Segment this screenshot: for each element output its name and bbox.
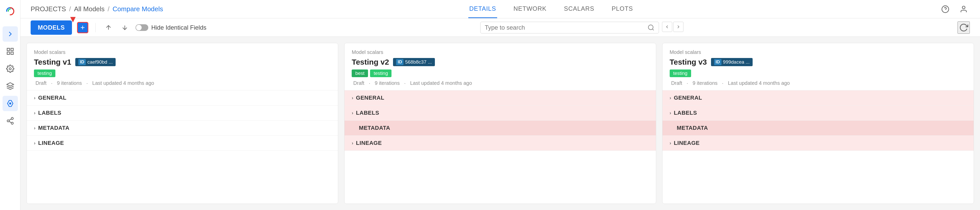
- chevron-icon: ›: [670, 95, 671, 101]
- model-1-section-lineage[interactable]: › LINEAGE: [27, 136, 338, 151]
- svg-point-5: [9, 68, 11, 70]
- model-1-title: Testing v1: [34, 58, 71, 66]
- model-3-title: Testing v3: [670, 58, 707, 66]
- sidebar-logo[interactable]: [3, 4, 18, 24]
- model-card-1-header: Model scalars Testing v1 ID caef90bd ...…: [27, 43, 338, 90]
- chevron-icon: ›: [34, 125, 36, 131]
- model-1-meta: Draft · 9 iterations · Last updated 4 mo…: [34, 80, 331, 86]
- sidebar-item-layers[interactable]: [3, 79, 18, 94]
- top-nav-actions: [939, 3, 970, 15]
- refresh-button[interactable]: [958, 21, 970, 34]
- model-3-tags: testing: [670, 69, 966, 77]
- model-2-dot1: ·: [369, 80, 370, 86]
- help-button[interactable]: [939, 3, 951, 15]
- model-2-id-label: ID: [396, 59, 404, 65]
- model-1-metadata-label: METADATA: [38, 125, 70, 131]
- model-3-section-metadata[interactable]: METADATA: [662, 120, 974, 136]
- search-input[interactable]: [485, 24, 644, 31]
- model-3-id-label: ID: [714, 59, 721, 65]
- tab-scalars[interactable]: SCALARS: [563, 0, 595, 18]
- sidebar-item-experiments[interactable]: [3, 96, 18, 111]
- model-3-meta: Draft · 9 iterations · Last updated 4 mo…: [670, 80, 966, 86]
- hide-identical-toggle-wrap: Hide Identical Fields: [135, 24, 207, 31]
- breadcrumb-all-models[interactable]: All Models: [74, 5, 105, 13]
- tab-details[interactable]: DETAILS: [468, 0, 497, 18]
- chevron-icon: ›: [34, 141, 36, 146]
- svg-line-11: [9, 121, 11, 123]
- model-3-section-general[interactable]: › GENERAL: [662, 90, 974, 106]
- sidebar-item-grid[interactable]: [3, 44, 18, 59]
- toolbar-separator: [95, 23, 96, 32]
- svg-line-19: [652, 29, 654, 30]
- add-model-button[interactable]: +: [77, 22, 88, 33]
- models-button[interactable]: MODELS: [30, 21, 72, 35]
- chevron-icon: ›: [352, 111, 353, 116]
- model-2-metadata-label: METADATA: [352, 125, 390, 131]
- model-3-id-badge: ID 999dacea ...: [711, 58, 753, 66]
- svg-point-10: [11, 122, 13, 124]
- breadcrumb-sep1: /: [69, 5, 71, 13]
- sidebar-item-arrow[interactable]: [3, 26, 18, 42]
- svg-point-7: [9, 103, 11, 104]
- model-1-section-general[interactable]: › GENERAL: [27, 90, 338, 106]
- svg-rect-2: [11, 48, 13, 51]
- model-1-dot2: ·: [86, 80, 88, 86]
- model-3-status: Draft: [671, 80, 682, 86]
- model-2-section-labels[interactable]: › LABELS: [345, 106, 655, 120]
- top-nav: PROJECTS / All Models / Compare Models D…: [21, 0, 980, 18]
- tab-plots[interactable]: PLOTS: [611, 0, 634, 18]
- svg-line-12: [9, 119, 11, 120]
- model-2-title-row: Testing v2 ID 568b8c37 ...: [352, 58, 649, 66]
- model-2-section-general[interactable]: › GENERAL: [345, 90, 655, 106]
- model-1-section-labels[interactable]: › LABELS: [27, 106, 338, 120]
- model-3-sections: › GENERAL › LABELS METADATA › LINEAGE: [662, 90, 974, 204]
- model-2-section-metadata[interactable]: METADATA: [345, 120, 655, 136]
- chevron-icon: ›: [352, 141, 353, 146]
- sidebar-item-gear[interactable]: [3, 61, 18, 76]
- model-3-iterations: 9 iterations: [693, 80, 718, 86]
- model-3-dot1: ·: [687, 80, 688, 86]
- model-3-section-labels[interactable]: › LABELS: [662, 106, 974, 120]
- model-1-section-metadata[interactable]: › METADATA: [27, 120, 338, 136]
- model-3-section-lineage[interactable]: › LINEAGE: [662, 136, 974, 151]
- model-2-general-label: GENERAL: [356, 95, 384, 101]
- model-1-id-label: ID: [78, 59, 86, 65]
- breadcrumb: PROJECTS / All Models / Compare Models: [30, 5, 163, 13]
- svg-point-0: [3, 4, 18, 18]
- hide-identical-toggle[interactable]: [135, 24, 148, 31]
- search-prev-button[interactable]: [662, 22, 672, 32]
- model-1-iterations: 9 iterations: [57, 80, 82, 86]
- svg-rect-1: [7, 48, 10, 51]
- model-card-1: Model scalars Testing v1 ID caef90bd ...…: [27, 43, 338, 204]
- sort-asc-button[interactable]: [103, 22, 114, 33]
- model-2-scalars-label: Model scalars: [352, 49, 649, 55]
- model-2-section-lineage[interactable]: › LINEAGE: [345, 136, 655, 151]
- model-2-tags: best testing: [352, 69, 649, 77]
- model-2-labels-label: LABELS: [356, 110, 379, 116]
- user-button[interactable]: [958, 3, 970, 15]
- model-3-title-row: Testing v3 ID 999dacea ...: [670, 58, 966, 66]
- tab-network[interactable]: NETWORK: [512, 0, 548, 18]
- chevron-icon: ›: [670, 111, 671, 116]
- model-2-lineage-label: LINEAGE: [356, 140, 382, 146]
- model-3-tag-testing: testing: [670, 69, 691, 77]
- model-1-labels-label: LABELS: [38, 110, 62, 116]
- model-2-title: Testing v2: [352, 58, 389, 66]
- search-bar: [212, 22, 953, 34]
- breadcrumb-projects[interactable]: PROJECTS: [30, 5, 66, 13]
- sort-desc-button[interactable]: [119, 22, 130, 33]
- sidebar-item-integrations[interactable]: [3, 113, 18, 128]
- model-2-tag-testing: testing: [370, 69, 391, 77]
- model-card-3: Model scalars Testing v3 ID 999dacea ...…: [662, 43, 974, 204]
- search-input-wrap: [480, 22, 659, 34]
- search-next-button[interactable]: [673, 22, 683, 32]
- model-3-general-label: GENERAL: [674, 95, 702, 101]
- model-1-id-value: caef90bd ...: [87, 59, 113, 65]
- svg-point-18: [649, 25, 653, 30]
- model-2-dot2: ·: [404, 80, 406, 86]
- model-card-2: Model scalars Testing v2 ID 568b8c37 ...…: [344, 43, 656, 204]
- model-2-iterations: 9 iterations: [375, 80, 400, 86]
- model-3-updated: Last updated 4 months ago: [728, 80, 790, 86]
- model-1-scalars-label: Model scalars: [34, 49, 331, 55]
- model-card-3-header: Model scalars Testing v3 ID 999dacea ...…: [662, 43, 974, 90]
